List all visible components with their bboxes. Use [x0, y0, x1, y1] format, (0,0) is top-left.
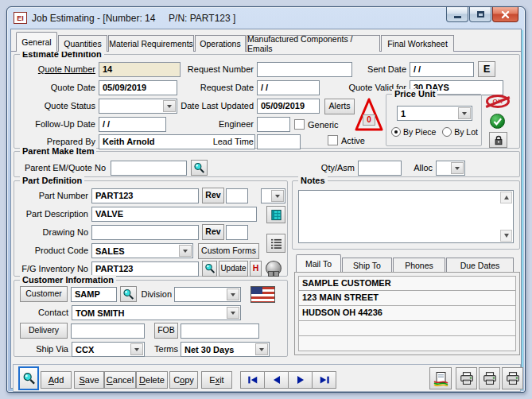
cancel-button[interactable]: Cancel: [104, 371, 136, 389]
not-ok-stamp-icon[interactable]: OK: [486, 95, 510, 108]
chevron-down-icon[interactable]: [255, 343, 268, 355]
add-button[interactable]: Add: [41, 371, 72, 389]
chevron-down-icon[interactable]: [227, 289, 239, 300]
h-button[interactable]: H: [250, 261, 262, 277]
last-record-button[interactable]: [312, 371, 336, 389]
close-button[interactable]: [492, 7, 518, 22]
tab-mail-to[interactable]: Mail To: [296, 254, 341, 272]
qty-asm-field[interactable]: [358, 161, 402, 176]
previous-record-button[interactable]: [264, 371, 289, 389]
globe-icon[interactable]: [266, 261, 282, 276]
sent-date-field[interactable]: / /: [410, 62, 474, 77]
customer-button[interactable]: Customer: [20, 286, 68, 302]
part-description-field[interactable]: VALVE: [91, 207, 257, 222]
chevron-down-icon[interactable]: [130, 343, 143, 355]
chevron-down-icon[interactable]: [271, 190, 284, 202]
chevron-down-icon[interactable]: [227, 307, 239, 319]
lead-time-field[interactable]: [257, 134, 301, 149]
scroll-down-icon[interactable]: [500, 230, 512, 242]
terms-combo[interactable]: Net 30 Days: [181, 342, 270, 357]
tab-final-worksheet[interactable]: Final Worksheet: [381, 35, 454, 52]
active-checkbox[interactable]: [328, 135, 338, 145]
save-button[interactable]: Save: [74, 371, 104, 389]
print-button-3[interactable]: [502, 367, 523, 389]
product-code-combo[interactable]: SALES: [91, 243, 193, 258]
print-button-2[interactable]: [479, 367, 500, 389]
search-records-button[interactable]: [18, 366, 39, 390]
part-number-field[interactable]: PART123: [91, 188, 199, 203]
by-lot-radio[interactable]: [442, 127, 452, 137]
tab-ship-to[interactable]: Ship To: [342, 258, 392, 272]
generic-checkbox[interactable]: [294, 119, 305, 130]
mail-address-line[interactable]: HUDSON OH 44236: [298, 306, 516, 321]
drawing-no-field[interactable]: [91, 225, 199, 240]
delivery-field[interactable]: [71, 323, 145, 339]
chevron-down-icon[interactable]: [179, 245, 192, 257]
custom-forms-button[interactable]: Custom Forms: [198, 243, 259, 259]
tab-manufactured-components-emails[interactable]: Manufactured Components / Emails: [247, 35, 380, 52]
quote-date-field[interactable]: 05/09/2019: [99, 80, 177, 95]
tab-page-general: General Quantities Material Requirements…: [10, 29, 522, 389]
exit-button[interactable]: Exit: [201, 371, 232, 389]
contact-combo[interactable]: TOM SMITH: [72, 305, 241, 320]
alloc-combo[interactable]: [436, 161, 465, 176]
drawing-no-label: Drawing No: [14, 225, 88, 240]
division-combo[interactable]: [174, 287, 241, 302]
next-record-button[interactable]: [288, 371, 313, 389]
part-rev-field[interactable]: [226, 188, 248, 203]
scroll-up-icon[interactable]: [500, 192, 512, 203]
approve-check-icon[interactable]: [490, 114, 505, 129]
alert-count-badge[interactable]: 0: [363, 114, 375, 126]
date-last-updated-field[interactable]: 05/09/2019: [257, 99, 320, 114]
fg-search-button[interactable]: [202, 261, 217, 277]
tab-due-dates[interactable]: Due Dates: [446, 258, 514, 272]
tab-general[interactable]: General: [16, 32, 57, 52]
notes-textarea[interactable]: [298, 190, 514, 243]
drawing-rev-field[interactable]: [226, 225, 248, 240]
customer-code-field[interactable]: SAMP: [71, 287, 117, 302]
mail-address-line[interactable]: SAMPLE CUSTOMER: [298, 276, 516, 291]
e-button[interactable]: E: [478, 61, 495, 77]
mail-address-line[interactable]: [298, 336, 516, 351]
fob-button[interactable]: FOB: [154, 323, 178, 339]
drawing-rev-button[interactable]: Rev: [202, 224, 224, 240]
price-unit-combo[interactable]: 1: [397, 106, 472, 121]
part-rev-combo[interactable]: [261, 188, 285, 203]
by-piece-radio[interactable]: [391, 127, 401, 137]
delete-button[interactable]: Delete: [136, 371, 168, 389]
tab-operations[interactable]: Operations: [195, 35, 246, 52]
first-record-button[interactable]: [240, 371, 265, 389]
request-date-field[interactable]: / /: [257, 80, 320, 95]
description-notes-button[interactable]: [266, 206, 285, 223]
print-button-1[interactable]: [456, 367, 477, 389]
chevron-down-icon[interactable]: [458, 107, 471, 119]
part-rev-button[interactable]: Rev: [202, 188, 224, 203]
mail-address-line[interactable]: [298, 321, 516, 336]
lock-button[interactable]: [489, 132, 507, 148]
mail-address-line[interactable]: 123 MAIN STREET: [298, 291, 516, 306]
report-button[interactable]: [429, 367, 452, 389]
minimize-button[interactable]: [446, 7, 468, 22]
chevron-down-icon[interactable]: [451, 162, 464, 174]
delivery-button[interactable]: Delivery: [20, 323, 68, 339]
maximize-button[interactable]: [469, 7, 491, 22]
next-record-icon: [297, 375, 305, 385]
parent-em-quote-field[interactable]: [111, 161, 187, 176]
quote-number-field[interactable]: 14: [99, 62, 181, 77]
quote-status-combo[interactable]: [99, 99, 177, 114]
alerts-button[interactable]: Alerts: [324, 99, 355, 114]
quote-number-label[interactable]: Quote Number: [14, 62, 95, 77]
customer-search-button[interactable]: [120, 286, 137, 302]
tab-material-requirements[interactable]: Material Requirements: [108, 35, 194, 52]
list-button[interactable]: [266, 234, 285, 253]
tab-quantities[interactable]: Quantities: [58, 35, 107, 52]
fob-field[interactable]: [181, 323, 259, 339]
parent-search-button[interactable]: [191, 160, 208, 176]
part-description-label: Part Description: [14, 207, 88, 222]
ship-via-combo[interactable]: CCX: [72, 342, 145, 357]
update-button[interactable]: Update: [219, 261, 248, 277]
follow-up-date-field[interactable]: / /: [99, 117, 166, 132]
tab-phones[interactable]: Phones: [393, 258, 445, 272]
copy-button[interactable]: Copy: [169, 371, 198, 389]
engineer-field[interactable]: [257, 117, 290, 132]
